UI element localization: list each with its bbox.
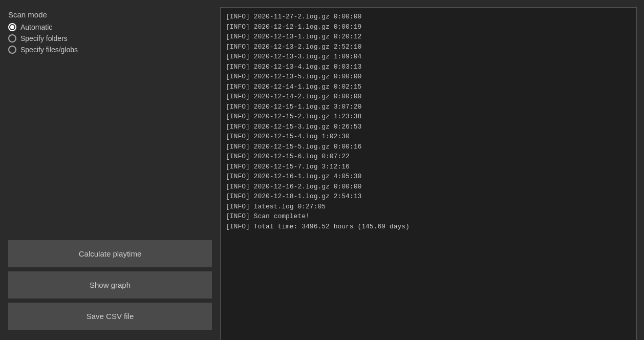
log-line: [INFO] 2020-12-15-5.log.gz 0:00:16 — [226, 142, 631, 152]
log-line: [INFO] 2020-12-15-7.log 3:12:16 — [226, 162, 631, 172]
log-line: [INFO] 2020-12-18-1.log.gz 2:54:13 — [226, 192, 631, 202]
log-line: [INFO] 2020-12-16-2.log.gz 0:00:00 — [226, 182, 631, 192]
log-line: [INFO] 2020-12-15-1.log.gz 3:07:20 — [226, 102, 631, 112]
radio-folders[interactable]: Specify folders — [8, 34, 212, 42]
radio-automatic-label: Automatic — [20, 23, 52, 31]
log-line: [INFO] 2020-12-14-2.log.gz 0:00:00 — [226, 92, 631, 102]
log-line: [INFO] 2020-12-13-2.log.gz 2:52:10 — [226, 42, 631, 52]
log-line: [INFO] 2020-12-15-3.log.gz 0:26:53 — [226, 122, 631, 132]
scan-mode-label: Scan mode — [8, 10, 212, 19]
radio-automatic-input[interactable] — [8, 23, 16, 31]
radio-automatic[interactable]: Automatic — [8, 23, 212, 31]
log-line: [INFO] 2020-12-13-3.log.gz 1:09:04 — [226, 52, 631, 62]
radio-folders-input[interactable] — [8, 34, 16, 42]
log-line: [INFO] Total time: 3496.52 hours (145.69… — [226, 222, 631, 232]
radio-files[interactable]: Specify files/globs — [8, 46, 212, 54]
log-line: [INFO] Scan complete! — [226, 211, 631, 222]
log-line: [INFO] 2020-12-14-1.log.gz 0:02:15 — [226, 82, 631, 92]
log-line: [INFO] 2020-12-15-4.log 1:02:30 — [226, 132, 631, 142]
radio-folders-label: Specify folders — [20, 34, 68, 42]
log-line: [INFO] 2020-12-12-1.log.gz 0:00:19 — [226, 22, 631, 32]
left-panel: Scan mode Automatic Specify folders Spec… — [0, 0, 220, 340]
log-line: [INFO] 2020-12-15-6.log 0:07:22 — [226, 152, 631, 162]
buttons-area: Calculate playtime Show graph Save CSV f… — [8, 240, 212, 330]
log-line: [INFO] 2020-11-27-2.log.gz 0:00:00 — [226, 12, 631, 22]
scan-mode-radio-group: Automatic Specify folders Specify files/… — [8, 23, 212, 54]
log-output[interactable]: [INFO] 2020-11-27-2.log.gz 0:00:00[INFO]… — [221, 8, 636, 340]
calculate-playtime-button[interactable]: Calculate playtime — [8, 240, 212, 267]
log-line: [INFO] 2020-12-13-1.log.gz 0:20:12 — [226, 32, 631, 42]
log-line: [INFO] 2020-12-16-1.log.gz 4:05:30 — [226, 172, 631, 182]
log-line: [INFO] latest.log 0:27:05 — [226, 202, 631, 212]
log-output-panel: [INFO] 2020-11-27-2.log.gz 0:00:00[INFO]… — [220, 7, 637, 340]
log-line: [INFO] 2020-12-13-5.log.gz 0:00:00 — [226, 72, 631, 82]
save-csv-button[interactable]: Save CSV file — [8, 303, 212, 330]
log-line: [INFO] 2020-12-15-2.log.gz 1:23:38 — [226, 112, 631, 122]
log-line: [INFO] 2020-12-13-4.log.gz 0:03:13 — [226, 62, 631, 72]
radio-files-label: Specify files/globs — [20, 46, 78, 54]
show-graph-button[interactable]: Show graph — [8, 271, 212, 299]
radio-files-input[interactable] — [8, 46, 16, 54]
